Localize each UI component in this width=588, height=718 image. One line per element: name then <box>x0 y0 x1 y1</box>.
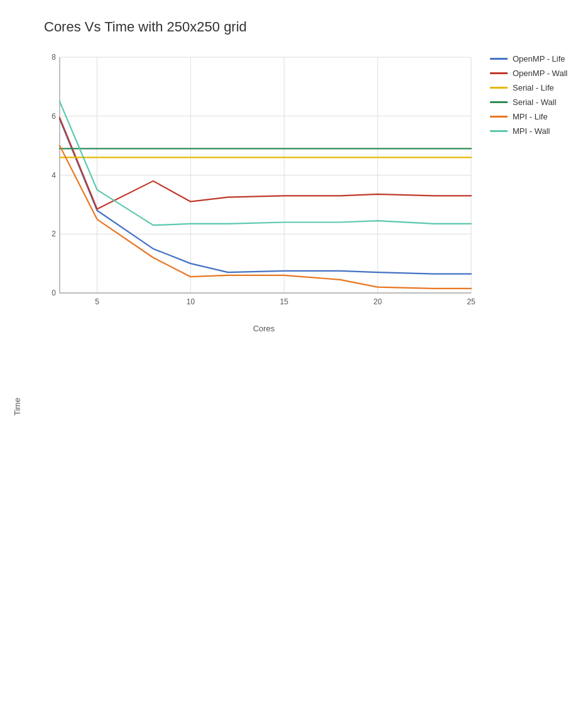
chart1-x-label: Cores <box>50 324 477 333</box>
svg-text:5: 5 <box>95 297 99 306</box>
chart1-svg: 02468510152025 <box>25 48 477 318</box>
chart1-area: Time 02468510152025 Cores OpenMP - Life … <box>13 48 575 718</box>
legend-mpi-wall-label: MPI - Wall <box>513 126 550 136</box>
legend-mpi-life-line <box>490 116 508 118</box>
chart1-with-axes: Time 02468510152025 Cores <box>13 48 477 718</box>
svg-text:8: 8 <box>52 53 56 62</box>
legend-openmp-wall-line <box>490 72 508 74</box>
legend-openmp-life-line <box>490 58 508 60</box>
legend-serial-life-line <box>490 87 508 89</box>
legend-serial-life: Serial - Life <box>490 83 578 92</box>
svg-text:6: 6 <box>52 112 56 121</box>
svg-text:4: 4 <box>52 171 56 180</box>
legend-openmp-wall: OpenMP - Wall <box>490 69 578 78</box>
legend-openmp-life: OpenMP - Life <box>490 54 578 64</box>
chart1-y-label: Time <box>13 48 22 718</box>
svg-text:25: 25 <box>467 297 476 306</box>
legend-serial-wall: Serial - Wall <box>490 97 578 107</box>
svg-text:2: 2 <box>52 229 56 238</box>
legend-mpi-wall: MPI - Wall <box>490 126 578 136</box>
svg-text:10: 10 <box>187 297 195 306</box>
chart1-svg-wrapper: 02468510152025 Cores <box>25 48 477 718</box>
chart1-title: Cores Vs Time with 250x250 grid <box>44 19 575 35</box>
chart1-container: Cores Vs Time with 250x250 grid Time 024… <box>0 0 588 718</box>
legend-serial-wall-label: Serial - Wall <box>513 97 557 107</box>
legend-mpi-life: MPI - Life <box>490 112 578 121</box>
legend-openmp-life-label: OpenMP - Life <box>513 54 565 64</box>
legend-serial-wall-line <box>490 101 508 103</box>
legend-serial-life-label: Serial - Life <box>513 83 554 92</box>
chart1-legend: OpenMP - Life OpenMP - Wall Serial - Lif… <box>490 48 578 141</box>
svg-text:20: 20 <box>373 297 382 306</box>
svg-text:0: 0 <box>52 289 56 297</box>
svg-text:15: 15 <box>280 297 289 306</box>
legend-mpi-wall-line <box>490 130 508 132</box>
legend-mpi-life-label: MPI - Life <box>513 112 548 121</box>
legend-openmp-wall-label: OpenMP - Wall <box>513 69 567 78</box>
